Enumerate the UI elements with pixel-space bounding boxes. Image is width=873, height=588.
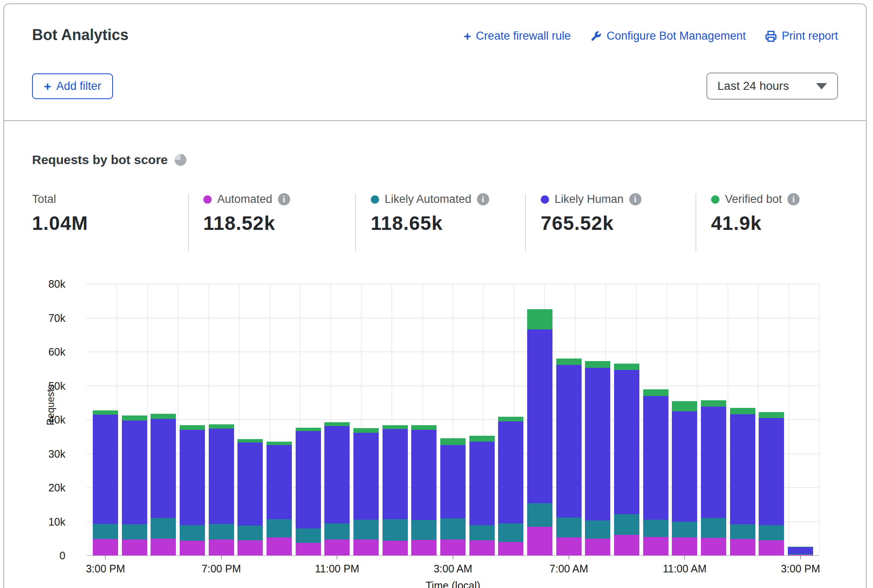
bar-segment-likely-human[interactable] <box>556 365 582 517</box>
bar-segment-automated[interactable] <box>151 539 176 556</box>
bar-1200pm[interactable] <box>701 400 726 556</box>
bar-segment-likely-human[interactable] <box>267 445 292 519</box>
bar-segment-likely-automated[interactable] <box>122 524 147 539</box>
bar-segment-likely-automated[interactable] <box>267 519 292 537</box>
bar-segment-automated[interactable] <box>469 540 495 556</box>
bar-segment-likely-automated[interactable] <box>730 524 755 539</box>
bar-segment-automated[interactable] <box>614 535 639 556</box>
bar-segment-likely-human[interactable] <box>353 433 379 519</box>
bar-segment-automated[interactable] <box>759 540 784 556</box>
bar-segment-automated[interactable] <box>209 539 234 556</box>
bar-segment-automated[interactable] <box>324 539 350 556</box>
bar-1200am[interactable] <box>353 428 379 556</box>
bar-500pm[interactable] <box>151 414 176 556</box>
bar-segment-likely-human[interactable] <box>237 442 263 526</box>
bar-segment-likely-automated[interactable] <box>556 518 582 537</box>
bar-segment-verified-bot[interactable] <box>209 424 234 429</box>
bar-segment-likely-automated[interactable] <box>614 514 639 535</box>
bar-segment-automated[interactable] <box>296 543 321 556</box>
bar-segment-automated[interactable] <box>267 537 292 556</box>
bar-segment-verified-bot[interactable] <box>701 400 726 407</box>
bar-segment-likely-human[interactable] <box>151 419 176 518</box>
bar-segment-likely-automated[interactable] <box>383 519 408 541</box>
bar-segment-likely-automated[interactable] <box>701 518 726 538</box>
bar-800am[interactable] <box>585 361 610 556</box>
bar-segment-likely-human[interactable] <box>788 547 813 554</box>
bar-segment-likely-automated[interactable] <box>759 525 784 540</box>
bar-400pm[interactable] <box>122 415 147 556</box>
print-report-link[interactable]: Print report <box>765 30 838 43</box>
bar-segment-automated[interactable] <box>701 538 726 556</box>
bar-segment-verified-bot[interactable] <box>440 438 466 445</box>
bar-segment-verified-bot[interactable] <box>122 415 147 420</box>
bar-segment-automated[interactable] <box>383 541 408 556</box>
bar-segment-likely-human[interactable] <box>527 329 552 503</box>
bar-segment-verified-bot[interactable] <box>759 412 784 418</box>
bar-600am[interactable] <box>527 309 552 556</box>
bar-segment-likely-automated[interactable] <box>585 521 610 539</box>
bar-segment-likely-human[interactable] <box>93 415 118 524</box>
info-icon[interactable]: i <box>278 193 290 205</box>
bar-segment-likely-human[interactable] <box>614 370 639 514</box>
bar-segment-likely-human[interactable] <box>411 430 436 520</box>
bar-segment-automated[interactable] <box>498 542 523 556</box>
bar-segment-likely-automated[interactable] <box>237 526 263 540</box>
bar-segment-automated[interactable] <box>730 539 755 556</box>
bar-300pm[interactable] <box>93 410 118 556</box>
bar-segment-likely-human[interactable] <box>440 445 466 518</box>
bar-500am[interactable] <box>498 417 523 556</box>
bar-segment-automated[interactable] <box>411 540 436 556</box>
bar-segment-verified-bot[interactable] <box>267 442 292 445</box>
bar-300am[interactable] <box>440 438 466 556</box>
bar-segment-verified-bot[interactable] <box>383 425 408 429</box>
bar-segment-likely-human[interactable] <box>701 407 726 518</box>
bar-600pm[interactable] <box>180 425 205 556</box>
bar-segment-verified-bot[interactable] <box>585 361 610 368</box>
bar-segment-likely-human[interactable] <box>498 421 523 523</box>
bar-segment-automated[interactable] <box>672 537 697 556</box>
bar-segment-verified-bot[interactable] <box>498 417 523 421</box>
bar-segment-automated[interactable] <box>180 541 205 556</box>
bar-segment-likely-automated[interactable] <box>180 525 205 541</box>
bar-segment-automated[interactable] <box>440 539 466 556</box>
bar-segment-verified-bot[interactable] <box>411 425 436 430</box>
bar-segment-likely-automated[interactable] <box>411 520 436 540</box>
bar-1100pm[interactable] <box>324 422 350 556</box>
bar-segment-likely-automated[interactable] <box>527 503 552 527</box>
bar-segment-likely-human[interactable] <box>730 414 755 524</box>
bar-segment-likely-automated[interactable] <box>296 529 321 543</box>
bar-segment-likely-automated[interactable] <box>353 520 379 539</box>
bar-segment-automated[interactable] <box>237 540 263 556</box>
bar-segment-automated[interactable] <box>93 539 118 556</box>
bar-segment-verified-bot[interactable] <box>180 425 205 430</box>
bar-segment-likely-human[interactable] <box>324 426 350 524</box>
bar-segment-verified-bot[interactable] <box>151 414 176 419</box>
bar-200am[interactable] <box>411 425 436 556</box>
bar-segment-likely-automated[interactable] <box>498 523 523 542</box>
bar-segment-likely-human[interactable] <box>383 429 408 519</box>
bar-segment-automated[interactable] <box>585 539 610 556</box>
bar-segment-verified-bot[interactable] <box>93 410 118 415</box>
bar-segment-verified-bot[interactable] <box>614 364 639 370</box>
bar-segment-likely-automated[interactable] <box>672 522 697 538</box>
bar-700am[interactable] <box>556 359 582 556</box>
bar-segment-verified-bot[interactable] <box>527 309 552 329</box>
bar-segment-likely-automated[interactable] <box>209 524 234 539</box>
bar-segment-likely-human[interactable] <box>672 411 697 522</box>
bar-segment-likely-human[interactable] <box>759 418 784 525</box>
bar-segment-likely-automated[interactable] <box>440 518 466 539</box>
bar-segment-automated[interactable] <box>353 539 379 556</box>
bar-segment-likely-human[interactable] <box>469 442 495 526</box>
bar-segment-verified-bot[interactable] <box>353 428 379 433</box>
bar-1000am[interactable] <box>643 389 668 556</box>
bar-200pm[interactable] <box>759 412 784 556</box>
bar-segment-automated[interactable] <box>122 539 147 556</box>
info-icon[interactable]: i <box>629 193 641 205</box>
bar-segment-verified-bot[interactable] <box>730 408 755 414</box>
bar-segment-likely-human[interactable] <box>296 431 321 529</box>
bar-700pm[interactable] <box>209 424 234 556</box>
bar-segment-likely-automated[interactable] <box>324 523 350 539</box>
bar-100am[interactable] <box>383 425 408 556</box>
bar-segment-likely-human[interactable] <box>209 429 234 524</box>
bar-100pm[interactable] <box>730 408 755 556</box>
